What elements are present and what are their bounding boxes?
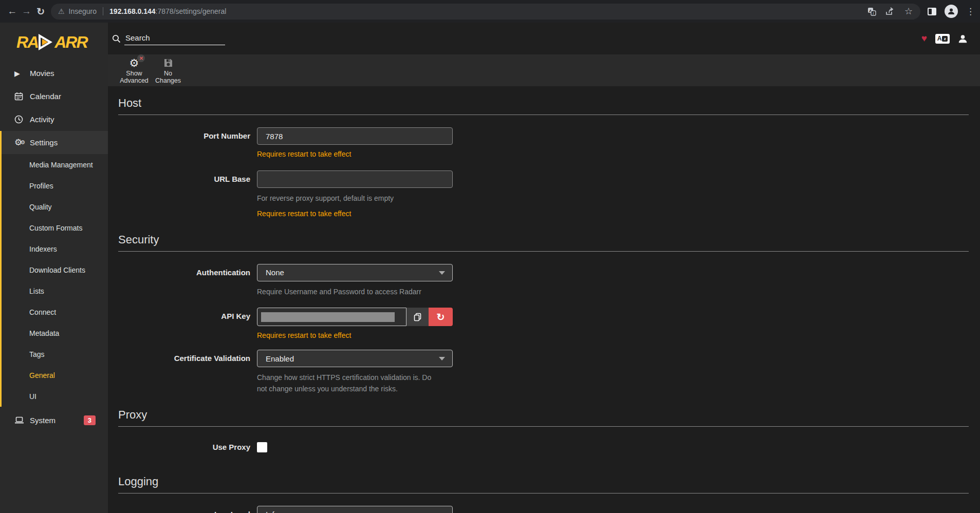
browser-toolbar: ← → ↻ ⚠ Inseguro 192.168.0.144 :7878/set…	[0, 0, 980, 23]
port-number-label: Port Number	[118, 127, 250, 158]
not-secure-warning-icon: ⚠	[58, 7, 65, 15]
logo-text-left: RA	[16, 33, 38, 52]
form-row-port-number: Port Number Requires restart to take eff…	[118, 127, 969, 158]
use-proxy-label: Use Proxy	[118, 443, 250, 451]
chevron-down-icon	[439, 271, 445, 275]
movies-play-icon: ▶	[14, 69, 26, 78]
form-row-certificate-validation: Certificate Validation Enabled Change ho…	[118, 350, 969, 394]
user-icon[interactable]	[958, 34, 968, 44]
api-key-redacted-value	[261, 312, 395, 322]
use-proxy-checkbox[interactable]	[257, 442, 267, 452]
reload-icon[interactable]: ↻	[33, 3, 48, 20]
search-icon	[112, 34, 121, 45]
authentication-help: Require Username and Password to access …	[257, 287, 453, 298]
log-level-label: Log Level	[118, 506, 250, 513]
back-icon[interactable]: ←	[5, 3, 20, 20]
sidebar-item-calendar[interactable]: Calendar	[0, 85, 108, 108]
sidebar-item-quality[interactable]: Quality	[2, 196, 108, 217]
url-base-restart-warning: Requires restart to take effect	[257, 210, 453, 218]
translate-page-icon[interactable]: Az	[935, 34, 950, 44]
settings-general-page: Host Port Number Requires restart to tak…	[108, 86, 980, 513]
sidebar-item-label: Calendar	[30, 92, 61, 101]
translate-icon[interactable]: Az	[867, 7, 876, 16]
copy-api-key-button[interactable]	[406, 308, 429, 326]
show-advanced-button[interactable]: ⚙ ✕ Show Advanced	[118, 55, 150, 85]
sidebar-item-system[interactable]: System 3	[0, 409, 108, 432]
api-key-label: API Key	[118, 308, 250, 339]
port-number-input[interactable]	[257, 127, 453, 145]
certificate-validation-select[interactable]: Enabled	[257, 350, 453, 367]
form-row-authentication: Authentication None Require Username and…	[118, 264, 969, 298]
calendar-icon	[14, 92, 26, 101]
url-base-label: URL Base	[118, 170, 250, 218]
menu-dots-icon[interactable]: ⋮	[966, 6, 975, 17]
section-title-host: Host	[118, 97, 969, 115]
laptop-icon	[14, 416, 26, 424]
port-restart-warning: Requires restart to take effect	[257, 150, 453, 158]
sidebar-item-general[interactable]: General	[2, 365, 108, 386]
url-host: 192.168.0.144	[109, 7, 156, 15]
bookmark-star-icon[interactable]: ☆	[904, 7, 913, 16]
sidebar-item-metadata[interactable]: Metadata	[2, 322, 108, 344]
clock-icon	[14, 115, 26, 124]
share-icon[interactable]	[885, 7, 895, 16]
sidebar-item-ui[interactable]: UI	[2, 386, 108, 407]
sidebar-item-label: Activity	[30, 115, 54, 124]
sidebar-item-profiles[interactable]: Profiles	[2, 175, 108, 196]
logo-text-right: ARR	[54, 33, 87, 52]
sidebar-item-label: Movies	[30, 69, 54, 78]
sidebar-item-connect[interactable]: Connect	[2, 301, 108, 322]
save-icon	[163, 56, 173, 69]
donate-heart-icon[interactable]: ♥	[921, 33, 927, 44]
api-key-restart-warning: Requires restart to take effect	[257, 331, 453, 339]
regenerate-api-key-button[interactable]: ↻	[429, 308, 453, 326]
authentication-value: None	[266, 268, 284, 277]
sidebar-item-lists[interactable]: Lists	[2, 280, 108, 301]
forward-icon[interactable]: →	[20, 3, 34, 20]
section-title-proxy: Proxy	[118, 408, 969, 427]
form-row-log-level: Log Level Info	[118, 506, 969, 513]
form-row-use-proxy: Use Proxy	[118, 442, 969, 452]
sidebar-item-media-management[interactable]: Media Management	[2, 154, 108, 175]
section-title-logging: Logging	[118, 475, 969, 493]
copy-icon	[414, 313, 421, 321]
certificate-validation-value: Enabled	[266, 354, 294, 363]
advanced-gears-icon: ⚙ ✕	[130, 56, 139, 69]
sidebar-item-label: Settings	[30, 138, 58, 147]
svg-text:z: z	[872, 11, 874, 15]
play-icon	[39, 33, 54, 51]
url-base-input[interactable]	[257, 170, 453, 188]
no-changes-button[interactable]: No Changes	[152, 55, 184, 85]
app-header: ♥ Az	[108, 23, 980, 54]
sidebar-item-custom-formats[interactable]: Custom Formats	[2, 217, 108, 238]
chevron-down-icon	[439, 357, 445, 360]
authentication-label: Authentication	[118, 264, 250, 298]
sidebar-item-settings[interactable]: ⚙⚙ Settings	[2, 131, 108, 154]
log-level-select[interactable]: Info	[257, 506, 453, 513]
certificate-validation-help: Change how strict HTTPS certification va…	[257, 372, 442, 394]
authentication-select[interactable]: None	[257, 264, 453, 281]
sidebar-item-movies[interactable]: ▶ Movies	[0, 62, 108, 85]
page-toolbar: ⚙ ✕ Show Advanced No Changes	[108, 54, 980, 86]
api-key-input[interactable]	[257, 308, 406, 326]
refresh-icon: ↻	[437, 311, 445, 323]
log-level-value: Info	[266, 510, 279, 513]
form-row-api-key: API Key ↻	[118, 308, 969, 339]
x-badge-icon: ✕	[137, 54, 145, 62]
address-bar[interactable]: ⚠ Inseguro 192.168.0.144 :7878/settings/…	[51, 4, 920, 20]
gears-icon: ⚙⚙	[14, 137, 26, 148]
url-base-help: For reverse proxy support, default is em…	[257, 193, 453, 204]
side-panel-icon[interactable]	[928, 8, 936, 15]
sidebar-item-download-clients[interactable]: Download Clients	[2, 259, 108, 280]
sidebar-item-tags[interactable]: Tags	[2, 344, 108, 365]
sidebar: RA ARR ▶ Movies Calendar Activity ⚙⚙ Set…	[0, 23, 108, 513]
form-row-url-base: URL Base For reverse proxy support, defa…	[118, 170, 969, 218]
section-title-security: Security	[118, 233, 969, 252]
radarr-logo[interactable]: RA ARR	[0, 23, 108, 62]
sidebar-item-indexers[interactable]: Indexers	[2, 238, 108, 259]
security-label: Inseguro	[69, 7, 97, 15]
system-badge: 3	[84, 415, 96, 425]
sidebar-item-activity[interactable]: Activity	[0, 108, 108, 131]
profile-avatar-icon[interactable]	[945, 5, 958, 18]
search-input[interactable]	[124, 32, 225, 45]
